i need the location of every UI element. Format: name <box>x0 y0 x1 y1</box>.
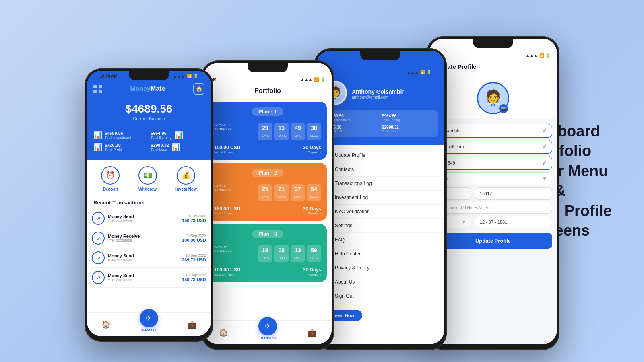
drawer-email: anthony@gmail.com <box>352 95 404 99</box>
nav-transfer-1[interactable]: ✈ TRANSFER <box>140 317 158 332</box>
payout-schedule-lbl-2: PAYOUTSCHEDULE <box>214 184 232 191</box>
form-field-address[interactable]: Al Address (Rd No, H/No, Apt... <box>434 202 552 214</box>
menu-icon[interactable] <box>93 85 102 93</box>
bar-chart-icon-2: 📊 <box>174 131 183 140</box>
menu-item-transactions[interactable]: 📋 Transactions Log <box>316 177 444 191</box>
transfer-fab-2[interactable]: ✈ <box>258 317 277 335</box>
nav-portfolio-1[interactable]: 💼 <box>188 320 196 329</box>
menu-item-kyc[interactable]: ✅ KYC Verification <box>316 205 444 219</box>
hours-3: 06 <box>277 247 287 253</box>
hours-lbl-2: HOURS <box>277 195 287 198</box>
days-lbl-2: DAYS <box>261 195 269 198</box>
plan-3-details: 100.00 USD Invest Amount 30 Days Payout … <box>214 267 321 276</box>
plan-1-payout-lbl: Payout In <box>303 150 321 154</box>
menu-item-help[interactable]: 💬 Help Center <box>316 247 444 261</box>
stat-val-3: $726.38 <box>105 143 122 148</box>
payout-schedule-lbl-1: PAYOUTSCHEDULE <box>214 123 232 130</box>
plan-2-amount-lbl: Invest Amount <box>214 212 240 215</box>
payout-schedule-lbl-3: PAYOUTSCHEDULE <box>214 245 232 253</box>
table-row: ↗ Money Send #TN-20236598 20 Sep 2022 26… <box>92 248 206 268</box>
phone-portfolio: AM ▲▲▲ 📶 🔋 Portfolio Plan - 1 <box>201 60 334 350</box>
countdown-1: 29 DAYS 13 HOURS 49 MINS <box>258 123 321 140</box>
txn-name-4: Money Send <box>108 273 134 278</box>
camera-badge[interactable]: 📷 <box>499 104 508 113</box>
battery-icon-4: 🔋 <box>546 53 551 58</box>
plan-1-payout: 30 Days <box>303 145 321 150</box>
nav-home-2[interactable]: 🏠 <box>219 328 228 337</box>
txn-receive-icon-2: ↙ <box>92 232 105 245</box>
form-field-dob[interactable]: 12 - 07 - 1881 <box>475 216 552 228</box>
dashboard-header: 10:00 AM ▲▲▲ 📶 🔋 MoneyMate 🏠 <box>87 71 211 160</box>
secs-1: 38 <box>309 125 319 131</box>
form-field-name[interactable]: Golsambir ✓ <box>434 124 552 138</box>
battery-icon-3: 🔋 <box>427 70 431 74</box>
menu-item-update-profile[interactable]: 👤 Update Profile <box>316 148 444 162</box>
form-field-state[interactable]: State ▼ <box>434 172 552 185</box>
home-icon[interactable]: 🏠 <box>193 83 204 95</box>
menu-item-faq[interactable]: ❓ FAQ <box>316 233 444 247</box>
menu-item-settings[interactable]: ⚙️ Settings <box>316 219 444 233</box>
drawer-stat-lbl-3: Total Profit <box>327 130 379 133</box>
txn-date-4: 18 Sep 2022 <box>182 273 206 277</box>
table-row: ↙ Money Receive #TN-20236598 29 Sep 2022… <box>92 228 206 248</box>
form-field-phone[interactable]: 314 549 ✓ <box>434 156 552 170</box>
drawer-stat-val-4: $2998.32 <box>382 125 434 130</box>
nav-portfolio-2[interactable]: 💼 <box>308 328 316 337</box>
invest-icon: 💰 <box>177 166 195 185</box>
balance-label: Current Balance <box>93 116 204 121</box>
countdown-3: 19 DAYS 06 HOURS 13 MINS <box>258 245 321 262</box>
txn-amount-1: 150.73 USD <box>182 218 206 223</box>
phone-portfolio-screen: AM ▲▲▲ 📶 🔋 Portfolio Plan - 1 <box>204 63 332 344</box>
nav-transfer-2[interactable]: ✈ TRANSFER <box>258 325 277 340</box>
mins-1: 49 <box>293 125 303 131</box>
home-nav-icon: 🏠 <box>101 320 110 329</box>
drawer-stat-val-2: $964.86 <box>382 114 434 118</box>
nav-home-1[interactable]: 🏠 <box>101 320 110 329</box>
status-icons-1: ▲▲▲ 📶 🔋 <box>173 74 198 78</box>
stats-grid: 📊 $4689.56 Total Investment $964.86 Tota… <box>93 131 204 152</box>
withdraw-button[interactable]: 💵 Withdraw <box>138 166 157 191</box>
check-icon-email: ✓ <box>542 144 547 150</box>
secs-lbl-1: SECS <box>310 134 318 137</box>
menu-item-about[interactable]: ℹ️ About Us <box>316 275 444 289</box>
mins-lbl-2: MINS <box>294 195 301 198</box>
form-field-zip[interactable]: 15417 <box>475 187 552 200</box>
drawer-stat-lbl-2: Total Earning <box>382 118 434 122</box>
withdraw-label: Withdraw <box>138 187 157 191</box>
deposit-button[interactable]: ⏰ Deposit <box>101 166 120 191</box>
update-profile-btn-label: Update Profile <box>475 238 511 244</box>
transaction-list: ↗ Money Send #TN-20236598 1 Oct 2022 150… <box>87 209 211 288</box>
txn-date-1: 1 Oct 2022 <box>182 214 206 218</box>
form-field-email[interactable]: @gmail.com ✓ <box>434 140 552 154</box>
table-row: ↗ Money Send #TN-20236598 1 Oct 2022 150… <box>92 209 206 228</box>
withdraw-icon: 💵 <box>138 166 157 185</box>
notch-2 <box>248 63 288 72</box>
invest-area: Invest Now <box>316 306 444 324</box>
plan-2-amount: 180.00 USD <box>214 206 240 212</box>
stat-lbl-1: Total Investment <box>105 136 131 140</box>
phone-dashboard: 10:00 AM ▲▲▲ 📶 🔋 MoneyMate 🏠 <box>85 68 213 342</box>
bottom-nav-2: 🏠 ✈ TRANSFER 💼 <box>204 320 332 344</box>
field-address-placeholder: Al Address (Rd No, H/No, Apt... <box>439 206 495 210</box>
update-profile-button[interactable]: Update Profile <box>434 233 552 249</box>
invest-now-button[interactable]: 💰 Invest Now <box>175 166 197 191</box>
plan-3-amount-lbl: Invest Amount <box>214 273 240 276</box>
drawer-blue-section: ▲▲▲ 📶 🔋 🧑‍💼 Anthony Golsambir anthony@gm… <box>316 51 444 145</box>
menu-label-transactions: Transactions Log <box>335 181 372 186</box>
status-bar-2: AM ▲▲▲ 📶 🔋 <box>204 74 332 83</box>
profile-avatar-section: 🧑‍💼 📷 <box>429 74 557 118</box>
mins-lbl-1: MINS <box>294 134 301 137</box>
hours-lbl-3: HOURS <box>277 257 287 259</box>
transfer-fab-1[interactable]: ✈ <box>140 309 158 327</box>
field-dob-value: 12 - 07 - 1881 <box>480 220 508 224</box>
menu-item-investment[interactable]: 📈 Investment Log <box>316 191 444 205</box>
menu-item-signout[interactable]: 🚪 Sign Out <box>316 289 444 303</box>
stat-val-4: $2998.32 <box>151 143 169 148</box>
mins-3: 13 <box>293 247 303 253</box>
stat-val-1: $4689.56 <box>105 131 131 136</box>
menu-item-contacts[interactable]: 📞 Contacts <box>316 162 444 177</box>
menu-item-privacy[interactable]: 🔒 Privacy & Policy <box>316 261 444 275</box>
menu-label-faq: FAQ <box>335 237 345 243</box>
menu-label-about: About Us <box>335 279 355 285</box>
notch-4 <box>473 39 513 48</box>
